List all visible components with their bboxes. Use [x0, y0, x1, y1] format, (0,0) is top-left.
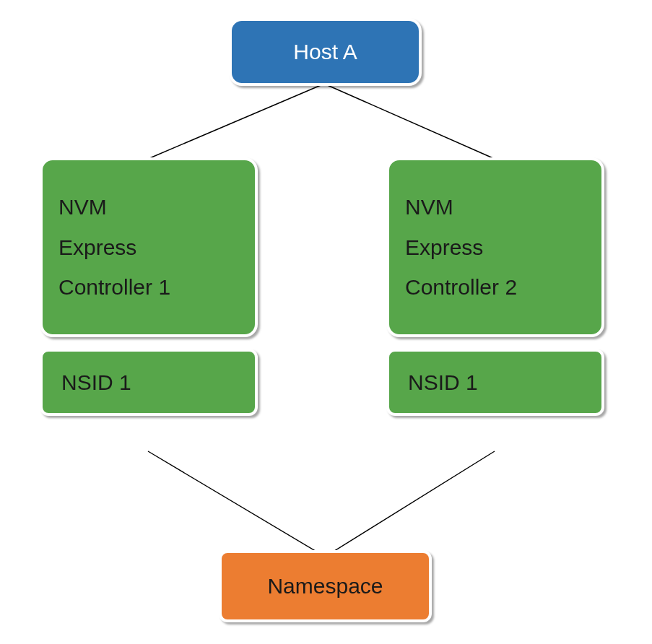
namespace-box: Namespace — [219, 550, 432, 622]
host-box: Host A — [229, 18, 422, 86]
svg-line-0 — [148, 84, 324, 159]
controller-2-line2: Express — [405, 227, 601, 268]
controller-1-line2: Express — [58, 227, 255, 268]
svg-line-3 — [332, 451, 495, 552]
controller-2-line3: Controller 2 — [405, 267, 601, 308]
nsid-1-left-label: NSID 1 — [61, 370, 131, 395]
controller-2-box: NVM Express Controller 2 — [386, 157, 604, 337]
controller-1-line1: NVM — [58, 187, 255, 227]
controller-2-line1: NVM — [405, 187, 601, 227]
host-label: Host A — [293, 40, 357, 64]
controller-1-box: NVM Express Controller 1 — [40, 157, 258, 337]
nsid-1-left-box: NSID 1 — [40, 349, 258, 416]
namespace-label: Namespace — [267, 574, 383, 599]
nsid-1-right-label: NSID 1 — [408, 370, 478, 395]
svg-line-1 — [324, 84, 495, 159]
nsid-1-right-box: NSID 1 — [386, 349, 604, 416]
svg-line-2 — [148, 451, 318, 552]
controller-1-line3: Controller 1 — [58, 267, 255, 308]
